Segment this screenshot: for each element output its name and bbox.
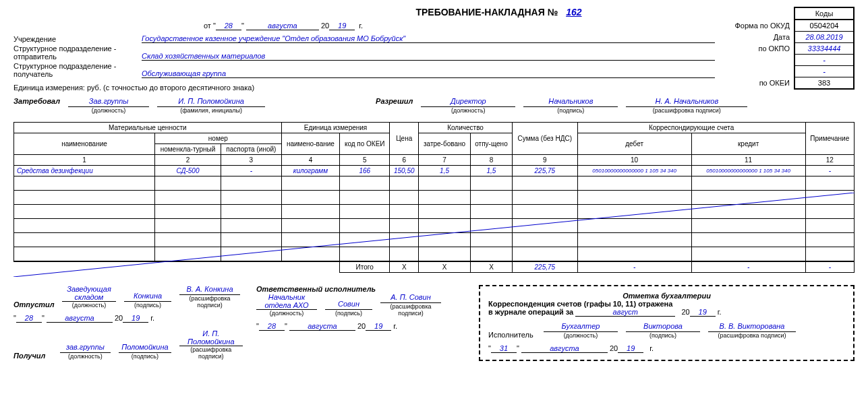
table-row bbox=[14, 176, 855, 191]
table-row bbox=[14, 191, 855, 205]
okud-value: 0504204 bbox=[794, 20, 854, 32]
document-number: 162 bbox=[560, 7, 587, 18]
released-name: В. А. Конкина bbox=[179, 285, 240, 295]
table-row bbox=[14, 219, 855, 233]
requested-position: Зав.группы bbox=[68, 97, 149, 107]
received-name: И. П. Поломойкина bbox=[179, 329, 243, 346]
institution-value: Государственное казенное учреждение "Отд… bbox=[142, 34, 715, 43]
column-numbers-row: 1 2 3 4 5 6 7 8 9 10 11 12 bbox=[14, 155, 855, 166]
blank1: - bbox=[794, 55, 854, 66]
okpo-value: 33334444 bbox=[794, 43, 854, 55]
responsible-name: А. П. Совин bbox=[380, 293, 441, 303]
table-row bbox=[14, 233, 855, 247]
date-day: 28 bbox=[216, 22, 241, 30]
executor-name: В. В. Викторована bbox=[708, 322, 796, 332]
okud-label: Форма по ОКУД bbox=[730, 20, 795, 32]
received-title: Получил bbox=[13, 352, 52, 360]
totals-row: Итого Х Х Х 225,75 - - - bbox=[14, 261, 855, 273]
sender-label: Структурное подразделение - отправитель bbox=[13, 44, 142, 61]
codes-box: Коды Форма по ОКУД0504204 Дата28.08.2019… bbox=[730, 7, 855, 90]
sender-value: Склад хозяйственных материалов bbox=[142, 52, 715, 61]
receiver-value: Обслуживающая группа bbox=[142, 69, 715, 78]
document-title: ТРЕБОВАНИЕ-НАКЛАДНАЯ № 162 bbox=[13, 7, 855, 18]
blank2: - bbox=[794, 66, 854, 77]
approved-signature: Начальников bbox=[523, 97, 618, 107]
accounting-month: август bbox=[575, 308, 675, 317]
table-row bbox=[14, 247, 855, 262]
responsible-title: Ответственный исполнитель bbox=[256, 285, 465, 293]
approved-name: Н. А. Начальников bbox=[626, 97, 747, 107]
okei-label: по ОКЕИ bbox=[730, 77, 795, 90]
receiver-label: Структурное подразделение - получатель bbox=[13, 62, 142, 78]
date-month: августа bbox=[246, 22, 319, 30]
released-position: Заведующая складом bbox=[62, 285, 116, 302]
received-position: зав.группы bbox=[60, 343, 111, 353]
unit-note: Единица измерения: руб. (с точностью до … bbox=[13, 84, 855, 92]
date-year: 19 bbox=[329, 22, 355, 30]
date-line: от "28" августа 2019 г. bbox=[148, 22, 418, 30]
approved-position: Директор bbox=[421, 97, 515, 107]
executor-signature: Викторова bbox=[626, 322, 700, 332]
requested-label: Затребовал bbox=[13, 97, 60, 105]
materials-table: Материальные ценности Единица измерения … bbox=[13, 122, 855, 273]
okei-value: 383 bbox=[794, 77, 854, 90]
okpo-label: по ОКПО bbox=[730, 43, 795, 55]
released-title: Отпустил bbox=[13, 300, 54, 309]
requested-name: И. П. Поломойкина bbox=[157, 97, 265, 107]
date-label: Дата bbox=[730, 32, 795, 43]
executor-position: Бухгалтер bbox=[544, 322, 618, 332]
received-signature: Поломойкина bbox=[119, 343, 171, 353]
responsible-signature: Совин bbox=[325, 300, 372, 310]
approved-label: Разрешил bbox=[376, 97, 413, 105]
codes-header: Коды bbox=[794, 7, 854, 20]
responsible-position: Начальник отдела АХО bbox=[256, 293, 317, 310]
table-row bbox=[14, 205, 855, 219]
date-value: 28.08.2019 bbox=[794, 32, 854, 43]
accounting-title: Отметка бухгалтерии bbox=[488, 292, 845, 300]
executor-label: Исполнитель bbox=[488, 331, 536, 339]
accounting-box: Отметка бухгалтерии Корреспонденция счет… bbox=[479, 285, 855, 361]
released-signature: Конкина bbox=[124, 292, 171, 302]
table-row: Средства дезинфекции СД-500 - килограмм … bbox=[14, 166, 855, 176]
institution-label: Учреждение bbox=[13, 35, 142, 43]
